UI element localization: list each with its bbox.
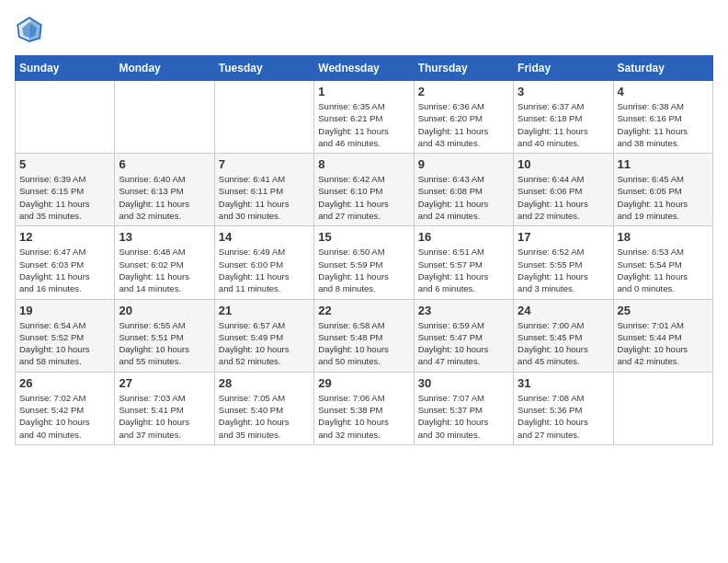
day-info: Sunrise: 6:40 AM Sunset: 6:13 PM Dayligh… bbox=[119, 173, 210, 222]
day-info: Sunrise: 6:43 AM Sunset: 6:08 PM Dayligh… bbox=[418, 173, 509, 222]
day-number: 12 bbox=[19, 230, 110, 244]
calendar-cell bbox=[613, 372, 712, 444]
day-info: Sunrise: 7:07 AM Sunset: 5:37 PM Dayligh… bbox=[418, 392, 509, 441]
day-number: 27 bbox=[119, 376, 210, 390]
calendar-cell bbox=[115, 81, 214, 154]
calendar-cell: 23Sunrise: 6:59 AM Sunset: 5:47 PM Dayli… bbox=[414, 299, 513, 372]
calendar-cell: 3Sunrise: 6:37 AM Sunset: 6:18 PM Daylig… bbox=[514, 81, 613, 154]
day-number: 24 bbox=[518, 304, 609, 317]
calendar-cell: 27Sunrise: 7:03 AM Sunset: 5:41 PM Dayli… bbox=[115, 372, 214, 444]
day-info: Sunrise: 6:57 AM Sunset: 5:49 PM Dayligh… bbox=[219, 319, 310, 368]
day-info: Sunrise: 6:54 AM Sunset: 5:52 PM Dayligh… bbox=[19, 319, 110, 368]
day-number: 6 bbox=[119, 157, 210, 171]
day-info: Sunrise: 6:58 AM Sunset: 5:48 PM Dayligh… bbox=[318, 319, 409, 368]
calendar-cell: 12Sunrise: 6:47 AM Sunset: 6:03 PM Dayli… bbox=[16, 226, 115, 299]
day-number: 14 bbox=[219, 230, 310, 244]
day-number: 8 bbox=[318, 157, 409, 171]
day-info: Sunrise: 6:50 AM Sunset: 5:59 PM Dayligh… bbox=[318, 246, 409, 294]
day-info: Sunrise: 6:37 AM Sunset: 6:18 PM Dayligh… bbox=[518, 100, 609, 149]
day-info: Sunrise: 7:03 AM Sunset: 5:41 PM Dayligh… bbox=[119, 392, 210, 441]
calendar-cell: 5Sunrise: 6:39 AM Sunset: 6:15 PM Daylig… bbox=[16, 154, 115, 226]
day-info: Sunrise: 6:52 AM Sunset: 5:55 PM Dayligh… bbox=[518, 246, 609, 294]
logo-icon bbox=[15, 15, 44, 44]
calendar-cell: 28Sunrise: 7:05 AM Sunset: 5:40 PM Dayli… bbox=[214, 372, 313, 444]
day-number: 26 bbox=[19, 376, 110, 390]
calendar-cell: 2Sunrise: 6:36 AM Sunset: 6:20 PM Daylig… bbox=[414, 81, 513, 154]
day-info: Sunrise: 6:39 AM Sunset: 6:15 PM Dayligh… bbox=[19, 173, 110, 222]
day-info: Sunrise: 6:41 AM Sunset: 6:11 PM Dayligh… bbox=[219, 173, 310, 222]
calendar-cell: 7Sunrise: 6:41 AM Sunset: 6:11 PM Daylig… bbox=[214, 154, 313, 226]
calendar-week-3: 19Sunrise: 6:54 AM Sunset: 5:52 PM Dayli… bbox=[16, 299, 713, 372]
calendar-week-4: 26Sunrise: 7:02 AM Sunset: 5:42 PM Dayli… bbox=[16, 372, 713, 444]
day-info: Sunrise: 6:48 AM Sunset: 6:02 PM Dayligh… bbox=[119, 246, 210, 294]
calendar-week-0: 1Sunrise: 6:35 AM Sunset: 6:21 PM Daylig… bbox=[16, 81, 713, 154]
weekday-header-friday: Friday bbox=[514, 56, 613, 81]
day-number: 13 bbox=[119, 230, 210, 244]
calendar-week-1: 5Sunrise: 6:39 AM Sunset: 6:15 PM Daylig… bbox=[16, 154, 713, 226]
day-info: Sunrise: 7:01 AM Sunset: 5:44 PM Dayligh… bbox=[618, 319, 709, 368]
calendar-cell: 25Sunrise: 7:01 AM Sunset: 5:44 PM Dayli… bbox=[613, 299, 712, 372]
day-number: 17 bbox=[518, 230, 609, 244]
day-number: 7 bbox=[219, 157, 310, 171]
day-info: Sunrise: 6:35 AM Sunset: 6:21 PM Dayligh… bbox=[318, 100, 409, 149]
calendar-cell: 8Sunrise: 6:42 AM Sunset: 6:10 PM Daylig… bbox=[314, 154, 414, 226]
weekday-header-saturday: Saturday bbox=[613, 56, 712, 81]
day-info: Sunrise: 6:44 AM Sunset: 6:06 PM Dayligh… bbox=[518, 173, 609, 222]
day-number: 18 bbox=[618, 230, 709, 244]
day-info: Sunrise: 6:59 AM Sunset: 5:47 PM Dayligh… bbox=[418, 319, 509, 368]
day-number: 20 bbox=[119, 304, 210, 317]
weekday-header-sunday: Sunday bbox=[16, 56, 115, 81]
day-number: 11 bbox=[618, 157, 709, 171]
calendar-cell: 11Sunrise: 6:45 AM Sunset: 6:05 PM Dayli… bbox=[613, 154, 712, 226]
day-number: 31 bbox=[518, 376, 609, 390]
weekday-header-row: SundayMondayTuesdayWednesdayThursdayFrid… bbox=[16, 56, 713, 81]
day-info: Sunrise: 6:42 AM Sunset: 6:10 PM Dayligh… bbox=[318, 173, 409, 222]
day-number: 1 bbox=[318, 85, 409, 98]
calendar-cell: 24Sunrise: 7:00 AM Sunset: 5:45 PM Dayli… bbox=[514, 299, 613, 372]
logo bbox=[15, 15, 48, 44]
day-number: 15 bbox=[318, 230, 409, 244]
calendar-cell: 1Sunrise: 6:35 AM Sunset: 6:21 PM Daylig… bbox=[314, 81, 414, 154]
day-number: 4 bbox=[618, 85, 709, 98]
day-info: Sunrise: 6:55 AM Sunset: 5:51 PM Dayligh… bbox=[119, 319, 210, 368]
day-info: Sunrise: 7:06 AM Sunset: 5:38 PM Dayligh… bbox=[318, 392, 409, 441]
calendar-cell: 20Sunrise: 6:55 AM Sunset: 5:51 PM Dayli… bbox=[115, 299, 214, 372]
day-number: 21 bbox=[219, 304, 310, 317]
calendar-cell: 6Sunrise: 6:40 AM Sunset: 6:13 PM Daylig… bbox=[115, 154, 214, 226]
day-number: 10 bbox=[518, 157, 609, 171]
calendar-cell: 31Sunrise: 7:08 AM Sunset: 5:36 PM Dayli… bbox=[514, 372, 613, 444]
calendar-cell: 13Sunrise: 6:48 AM Sunset: 6:02 PM Dayli… bbox=[115, 226, 214, 299]
day-number: 25 bbox=[618, 304, 709, 317]
day-info: Sunrise: 6:51 AM Sunset: 5:57 PM Dayligh… bbox=[418, 246, 509, 294]
weekday-header-wednesday: Wednesday bbox=[314, 56, 414, 81]
day-info: Sunrise: 6:45 AM Sunset: 6:05 PM Dayligh… bbox=[618, 173, 709, 222]
day-number: 9 bbox=[418, 157, 509, 171]
calendar-cell: 29Sunrise: 7:06 AM Sunset: 5:38 PM Dayli… bbox=[314, 372, 414, 444]
calendar-cell bbox=[214, 81, 313, 154]
calendar-cell: 19Sunrise: 6:54 AM Sunset: 5:52 PM Dayli… bbox=[16, 299, 115, 372]
day-number: 30 bbox=[418, 376, 509, 390]
day-info: Sunrise: 6:53 AM Sunset: 5:54 PM Dayligh… bbox=[618, 246, 709, 294]
day-number: 5 bbox=[19, 157, 110, 171]
day-number: 2 bbox=[418, 85, 509, 98]
day-number: 19 bbox=[19, 304, 110, 317]
day-number: 29 bbox=[318, 376, 409, 390]
calendar-cell: 10Sunrise: 6:44 AM Sunset: 6:06 PM Dayli… bbox=[514, 154, 613, 226]
calendar-cell: 18Sunrise: 6:53 AM Sunset: 5:54 PM Dayli… bbox=[613, 226, 712, 299]
day-number: 22 bbox=[318, 304, 409, 317]
weekday-header-tuesday: Tuesday bbox=[214, 56, 313, 81]
calendar-cell: 16Sunrise: 6:51 AM Sunset: 5:57 PM Dayli… bbox=[414, 226, 513, 299]
calendar-cell bbox=[16, 81, 115, 154]
day-info: Sunrise: 6:36 AM Sunset: 6:20 PM Dayligh… bbox=[418, 100, 509, 149]
day-number: 28 bbox=[219, 376, 310, 390]
weekday-header-thursday: Thursday bbox=[414, 56, 513, 81]
day-info: Sunrise: 7:02 AM Sunset: 5:42 PM Dayligh… bbox=[19, 392, 110, 441]
day-info: Sunrise: 7:00 AM Sunset: 5:45 PM Dayligh… bbox=[518, 319, 609, 368]
day-info: Sunrise: 7:05 AM Sunset: 5:40 PM Dayligh… bbox=[219, 392, 310, 441]
weekday-header-monday: Monday bbox=[115, 56, 214, 81]
calendar-cell: 15Sunrise: 6:50 AM Sunset: 5:59 PM Dayli… bbox=[314, 226, 414, 299]
calendar-cell: 14Sunrise: 6:49 AM Sunset: 6:00 PM Dayli… bbox=[214, 226, 313, 299]
calendar-week-2: 12Sunrise: 6:47 AM Sunset: 6:03 PM Dayli… bbox=[16, 226, 713, 299]
day-info: Sunrise: 6:38 AM Sunset: 6:16 PM Dayligh… bbox=[618, 100, 709, 149]
day-number: 3 bbox=[518, 85, 609, 98]
